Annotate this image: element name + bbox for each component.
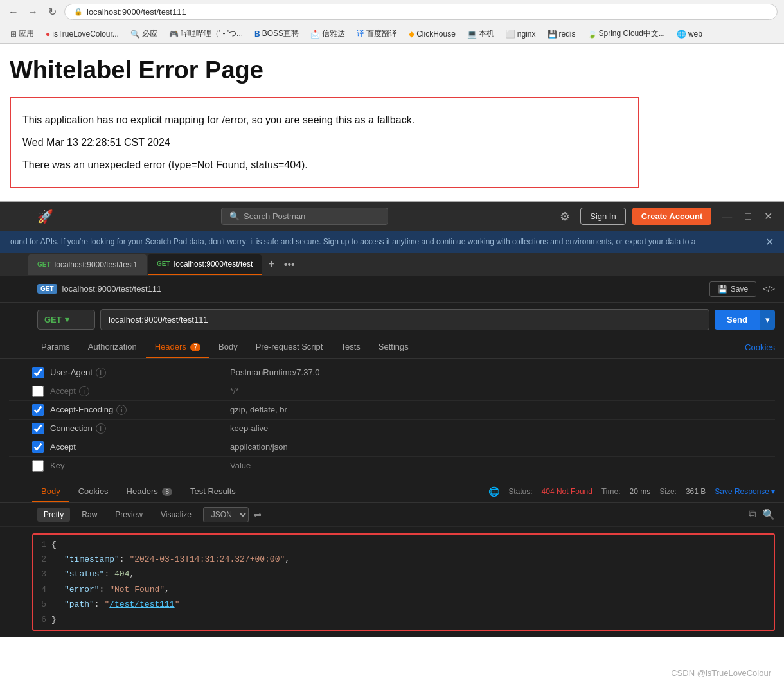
bookmark-11[interactable]: 🍃 Spring Cloud中文... [584,27,669,40]
tab-1[interactable]: GET localhost:9000/test/test1 [28,254,147,275]
error-page: Whitelabel Error Page This application h… [0,44,784,202]
tab-params[interactable]: Params [32,337,79,358]
header-info-3[interactable]: i [116,405,127,415]
code-button[interactable]: </> [763,284,775,294]
lock-icon: 🔒 [74,8,83,16]
banner-close-button[interactable]: ✕ [765,236,774,248]
header-checkbox-2[interactable] [32,386,44,397]
back-button[interactable]: ← [6,5,21,19]
address-bar[interactable]: 🔒 localhost:9000/test/test111 [64,4,778,20]
tab-authorization[interactable]: Authorization [79,337,146,358]
format-preview[interactable]: Preview [109,508,149,522]
resp-tab-cookies-label: Cookies [78,486,109,496]
bookmark-10[interactable]: 💾 redis [544,28,580,40]
json-line-2: 2 "timestamp": "2024-03-13T14:31:24.327+… [33,552,774,567]
bookmark-5[interactable]: 📩 信雅达 [307,27,349,40]
search-input[interactable]: 🔍 Search Postman [221,208,388,225]
header-placeholder-row: Key Value [9,457,775,475]
tab-headers[interactable]: Headers 7 [146,337,209,358]
bookmark-apps[interactable]: ⊞ 应用 [6,27,38,40]
method-select[interactable]: GET ▾ [37,310,95,330]
header-key-1: User-Agent i [50,368,230,378]
bookmark-2[interactable]: 🔍 必应 [127,27,161,40]
format-raw[interactable]: Raw [75,508,103,522]
cookies-link[interactable]: Cookies [745,337,775,357]
filter-icon[interactable]: ⇌ [254,510,262,520]
response-tab-cookies[interactable]: Cookies [69,481,118,502]
response-tab-headers[interactable]: Headers 8 [118,481,181,502]
format-pretty[interactable]: Pretty [37,508,70,522]
csdn-watermark: CSDN @isTrueLoveColour [671,668,771,678]
send-dropdown-button[interactable]: ▾ [760,310,775,330]
tab-prerequest-label: Pre-request Script [256,342,323,351]
header-checkbox-4[interactable] [32,423,44,434]
tab-url-2: localhost:9000/test/test [174,260,253,269]
postman-header-right: ⚙ Sign In Create Account — □ ✕ [556,208,776,226]
signin-button[interactable]: Sign In [580,208,625,225]
postman-logo: 🚀 [37,209,53,224]
header-checkbox-placeholder[interactable] [32,460,44,472]
header-row-4: Connection i keep-alive [9,420,775,438]
tab-body[interactable]: Body [209,337,247,358]
tab-headers-label: Headers [155,342,186,351]
search-response-icon[interactable]: 🔍 [762,508,775,520]
settings-button[interactable]: ⚙ [556,208,574,226]
format-visualize[interactable]: Visualize [154,508,198,522]
tab-settings[interactable]: Settings [370,337,418,358]
bookmark-12[interactable]: 🌐 web [673,28,706,40]
bookmark-4[interactable]: B BOSS直聘 [251,27,303,40]
header-info-4[interactable]: i [96,423,106,434]
header-val-1: PostmanRuntime/7.37.0 [230,368,775,377]
header-key-3: Accept-Encoding i [50,405,230,415]
tab-more-button[interactable]: ••• [280,259,299,271]
create-account-button[interactable]: Create Account [632,208,712,225]
tab-params-label: Params [41,342,70,351]
header-info-2[interactable]: i [79,386,89,396]
bookmark-7[interactable]: ◆ ClickHouse [405,28,459,40]
json-line-6: 6 } [33,612,774,627]
maximize-button[interactable]: □ [741,209,755,224]
header-val-2: */* [230,386,775,396]
minimize-button[interactable]: — [718,209,736,224]
header-checkbox-5[interactable] [32,441,44,453]
banner-text: ound for APIs. If you're looking for you… [10,237,695,246]
header-val-4: keep-alive [230,423,775,433]
forward-button[interactable]: → [26,5,40,19]
format-type-select[interactable]: JSON XML Text [203,507,249,522]
json-line-5: 5 "path": "/test/test111" [33,597,774,612]
headers-table: User-Agent i PostmanRuntime/7.37.0 Accep… [0,359,784,481]
tab-pre-request[interactable]: Pre-request Script [247,337,332,358]
bookmark-6[interactable]: 译 百度翻译 [353,27,401,40]
bookmark-3[interactable]: 🎮 哔哩哔哩（' - 'つ... [165,27,247,40]
tab-tests[interactable]: Tests [332,337,369,358]
header-row-3: Accept-Encoding i gzip, deflate, br [9,401,775,420]
tab-body-label: Body [218,342,238,351]
refresh-button[interactable]: ↻ [45,5,59,19]
resp-tab-tests-label: Test Results [190,486,236,496]
bookmarks-bar: ⊞ 应用 ● isTrueLoveColour... 🔍 必应 🎮 哔哩哔哩（'… [0,24,784,43]
resp-tab-headers-label: Headers [127,486,158,496]
send-button[interactable]: Send [715,310,760,330]
header-checkbox-3[interactable] [32,404,44,416]
json-line-3: 3 "status": 404, [33,567,774,581]
response-tab-body[interactable]: Body [32,481,69,502]
bookmark-9[interactable]: ⬜ nginx [502,28,540,40]
watermark-text: CSDN @isTrueLoveColour [671,668,771,678]
response-tab-test-results[interactable]: Test Results [181,481,245,502]
bookmark-1[interactable]: ● isTrueLoveColour... [42,28,123,40]
close-button[interactable]: ✕ [760,209,776,224]
resp-tab-body-label: Body [41,486,60,496]
url-input[interactable] [100,309,709,330]
copy-icon[interactable]: ⧉ [749,508,756,520]
add-tab-button[interactable]: + [263,258,280,271]
bookmark-8[interactable]: 💻 本机 [463,27,498,40]
header-checkbox-1[interactable] [32,367,44,378]
save-button[interactable]: 💾 Save [709,281,756,297]
tab-method-1: GET [37,261,51,268]
path-link[interactable]: /test/test111 [109,599,174,609]
request-title-bar: GET localhost:9000/test/test111 💾 Save <… [0,276,784,303]
save-response-button[interactable]: Save Response ▾ [715,487,775,496]
tab-2[interactable]: GET localhost:9000/test/test [148,254,262,275]
browser-chrome: ← → ↻ 🔒 localhost:9000/test/test111 ⊞ 应用… [0,0,784,44]
header-info-1[interactable]: i [96,368,106,378]
